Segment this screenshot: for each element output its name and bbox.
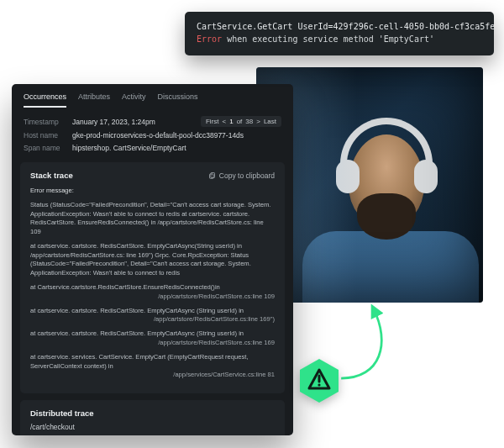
stack-l4a: at cartservice. services. CartService. E… [30, 353, 249, 370]
log-line-2-rest: when executing service method 'EmptyCart… [222, 34, 434, 44]
meta-timestamp-key: Timestamp [24, 118, 72, 126]
stack-p2: at cartservice. cartstore. RedisCartStor… [30, 242, 275, 278]
log-line-1: CartService.GetCart UserId=429f296c-cell… [197, 20, 482, 33]
stack-l4b: /app/services/CartService.cs:line 81 [30, 371, 275, 380]
meta-span-val: hipstershop. CartService/EmptyCart [72, 144, 281, 152]
stack-l3b: /app/cartstore/RedisCartStore.cs:line 16… [30, 339, 275, 348]
tab-occurrences[interactable]: Occurrences [24, 92, 66, 108]
stack-p1: Status (StatusCode="FailedPrecondition",… [30, 201, 275, 237]
copy-label: Copy to clipboard [219, 171, 275, 180]
error-message-label: Error message: [30, 187, 74, 194]
stack-trace-card: Stack trace Copy to clipboard Error mess… [20, 162, 285, 393]
panel-tabs: Occurrences Attributes Activity Discussi… [12, 84, 293, 108]
pager-first[interactable]: First [206, 118, 219, 125]
pager-last[interactable]: Last [264, 118, 276, 125]
dtrace-ago: about 13 hours ago [30, 435, 88, 435]
meta-timestamp-val: January 17, 2023, 1:24pm [72, 118, 201, 126]
pager-next[interactable]: > [256, 118, 260, 125]
dtrace-name[interactable]: /cart/checkout [30, 423, 275, 431]
tab-attributes[interactable]: Attributes [78, 92, 110, 108]
pager-prev[interactable]: < [223, 118, 227, 125]
stack-l1b: /app/cartstore/RedisCartStore.cs:line 10… [30, 293, 275, 302]
stack-l2b: /app/cartstore/RedisCartStore.cs:line 16… [30, 315, 275, 324]
occurrence-pager: First < 1 of 38 > Last [201, 116, 281, 127]
meta-host-val: gke-prod-microservices-o-default-pool-dc… [72, 131, 281, 140]
pager-total: 38 [245, 118, 253, 125]
dtrace-meta-row: about 13 hours ago Jan 17, 2023 1:24pm 1… [30, 435, 275, 435]
clipboard-icon [208, 171, 216, 179]
svg-point-5 [318, 383, 320, 386]
error-detail-panel: Occurrences Attributes Activity Discussi… [12, 84, 293, 435]
stack-l1a: at Cartservice.cartstore.RedisCartStore.… [30, 283, 220, 291]
error-log-banner: CartService.GetCart UserId=429f296c-cell… [185, 12, 494, 55]
dtrace-spans: 36 spans [213, 435, 239, 435]
occurrence-meta: Timestamp January 17, 2023, 1:24pm First… [12, 108, 293, 159]
tab-discussions[interactable]: Discussions [158, 92, 198, 108]
distributed-trace-title: Distributed trace [30, 408, 275, 418]
error-word: Error [197, 34, 222, 44]
stack-l2a: at cartservice. cartstore. RedisCartStor… [30, 307, 244, 314]
log-line-2: Error when executing service method 'Emp… [197, 33, 482, 45]
pager-of: of [237, 118, 243, 125]
dtrace-duration: 1110 ms [175, 435, 201, 435]
stack-l3a: at cartservice. cartstore. RedisCartStor… [30, 329, 244, 337]
tab-activity[interactable]: Activity [122, 92, 146, 108]
meta-span-key: Span name [24, 144, 72, 152]
alert-hex-badge [298, 357, 340, 404]
stack-trace-body: Error message: Status (StatusCode="Faile… [30, 187, 275, 380]
dtrace-date: Jan 17, 2023 1:24pm [100, 435, 163, 435]
meta-host-key: Host name [24, 131, 72, 140]
svg-rect-0 [211, 173, 215, 178]
dtrace-errors: 2 errors [251, 435, 275, 435]
distributed-trace-card: Distributed trace /cart/checkout about 1… [20, 400, 285, 435]
copy-to-clipboard-button[interactable]: Copy to clipboard [208, 171, 275, 180]
stack-trace-header: Stack trace Copy to clipboard [30, 171, 275, 180]
stack-trace-title: Stack trace [30, 171, 73, 180]
pager-current: 1 [229, 118, 233, 125]
